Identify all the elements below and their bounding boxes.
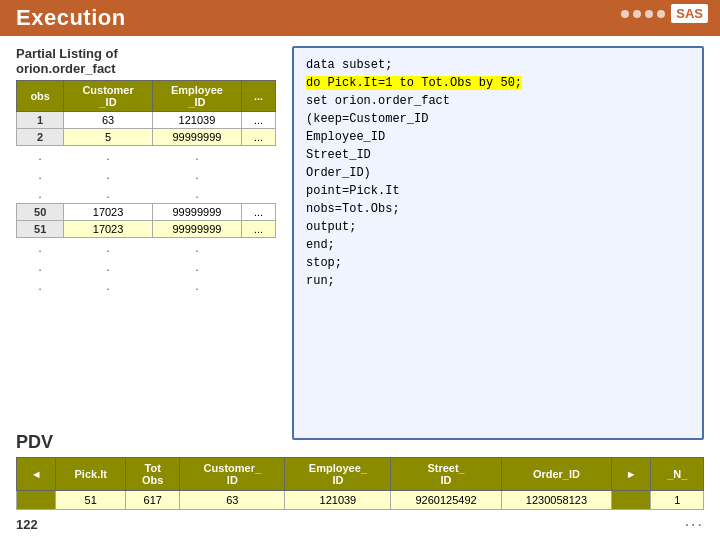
table-row: 17023: [64, 221, 152, 238]
table-row: .: [17, 146, 64, 166]
table-row: 99999999: [152, 221, 241, 238]
pdv-col-header: Employee_ID: [285, 458, 391, 491]
code-line: set orion.order_fact: [306, 92, 690, 110]
code-line: output;: [306, 218, 690, 236]
pdv-cell: [17, 491, 56, 510]
table-row: 2: [17, 129, 64, 146]
table-row: [242, 257, 276, 276]
table-row: [242, 184, 276, 204]
pdv-cell: 1: [651, 491, 704, 510]
pdv-col-header: _N_: [651, 458, 704, 491]
pdv-col-header: Pick.It: [56, 458, 126, 491]
table-row: .: [64, 165, 152, 184]
col-employee-id: Employee_ID: [152, 81, 241, 112]
code-panel: data subset; do Pick.It=1 to Tot.Obs by …: [292, 46, 704, 440]
code-line: end;: [306, 236, 690, 254]
col-obs: obs: [17, 81, 64, 112]
code-line: run;: [306, 272, 690, 290]
table-row: 5: [64, 129, 152, 146]
pdv-cell: 63: [180, 491, 285, 510]
table-row: 63: [64, 112, 152, 129]
pdv-col-header: Order_ID: [501, 458, 611, 491]
listing-table: obs Customer_ID Employee_ID ... 1 63 121…: [16, 80, 276, 295]
table-row: 50: [17, 204, 64, 221]
table-row: .: [152, 184, 241, 204]
col-dots-header: ...: [242, 81, 276, 112]
table-row: .: [17, 276, 64, 295]
table-row: 1: [17, 112, 64, 129]
pdv-cell: [612, 491, 651, 510]
pdv-cell: 51: [56, 491, 126, 510]
dot4: [657, 10, 665, 18]
code-line: nobs=Tot.Obs;: [306, 200, 690, 218]
table-row: .: [152, 238, 241, 258]
header-bar: Execution SAS: [0, 0, 720, 36]
table-row: 99999999: [152, 129, 241, 146]
dot2: [633, 10, 641, 18]
code-line: Order_ID): [306, 164, 690, 182]
table-row: .: [64, 257, 152, 276]
table-row: [242, 276, 276, 295]
table-row: .: [64, 276, 152, 295]
table-row: 121039: [152, 112, 241, 129]
sas-logo-area: SAS: [621, 4, 708, 23]
table-row: 99999999: [152, 204, 241, 221]
dots-top: [621, 10, 665, 18]
code-line: data subset;: [306, 56, 690, 74]
left-panel: Partial Listing of orion.order_fact obs …: [16, 46, 276, 440]
dot3: [645, 10, 653, 18]
table-row: .: [17, 238, 64, 258]
main-content: Partial Listing of orion.order_fact obs …: [0, 36, 720, 450]
table-row: ...: [242, 204, 276, 221]
table-row: [242, 165, 276, 184]
table-row: 17023: [64, 204, 152, 221]
pdv-col-header: ◄: [17, 458, 56, 491]
table-row: [242, 146, 276, 166]
section-title: Partial Listing of orion.order_fact: [16, 46, 276, 76]
code-line: stop;: [306, 254, 690, 272]
table-row: ...: [242, 112, 276, 129]
code-line: point=Pick.It: [306, 182, 690, 200]
bottom-dots: ...: [685, 512, 704, 530]
table-row: .: [64, 146, 152, 166]
pdv-cell: 121039: [285, 491, 391, 510]
code-line: (keep=Customer_ID: [306, 110, 690, 128]
table-row: ...: [242, 129, 276, 146]
pdv-table: ◄Pick.ItTotObsCustomer_IDEmployee_IDStre…: [16, 457, 704, 510]
table-row: .: [17, 184, 64, 204]
page-title: Execution: [16, 5, 126, 31]
table-row: .: [152, 257, 241, 276]
pdv-section: PDV ◄Pick.ItTotObsCustomer_IDEmployee_ID…: [0, 432, 720, 510]
pdv-title: PDV: [16, 432, 704, 453]
sas-logo: SAS: [671, 4, 708, 23]
dot1: [621, 10, 629, 18]
pdv-cell: 9260125492: [391, 491, 501, 510]
table-row: .: [152, 276, 241, 295]
page-number: 122: [16, 517, 38, 532]
table-row: .: [64, 238, 152, 258]
code-line: do Pick.It=1 to Tot.Obs by 50;: [306, 74, 690, 92]
pdv-col-header: Street_ID: [391, 458, 501, 491]
pdv-table-wrapper: ◄Pick.ItTotObsCustomer_IDEmployee_IDStre…: [16, 457, 704, 510]
code-line: Street_ID: [306, 146, 690, 164]
table-row: .: [17, 165, 64, 184]
table-row: .: [152, 146, 241, 166]
pdv-cell: 1230058123: [501, 491, 611, 510]
table-row: .: [64, 184, 152, 204]
table-row: .: [17, 257, 64, 276]
pdv-col-header: ►: [612, 458, 651, 491]
pdv-col-header: TotObs: [126, 458, 180, 491]
table-row: .: [152, 165, 241, 184]
table-row: 51: [17, 221, 64, 238]
col-customer-id: Customer_ID: [64, 81, 152, 112]
code-line: Employee_ID: [306, 128, 690, 146]
table-row: ...: [242, 221, 276, 238]
pdv-col-header: Customer_ID: [180, 458, 285, 491]
pdv-cell: 617: [126, 491, 180, 510]
table-row: [242, 238, 276, 258]
